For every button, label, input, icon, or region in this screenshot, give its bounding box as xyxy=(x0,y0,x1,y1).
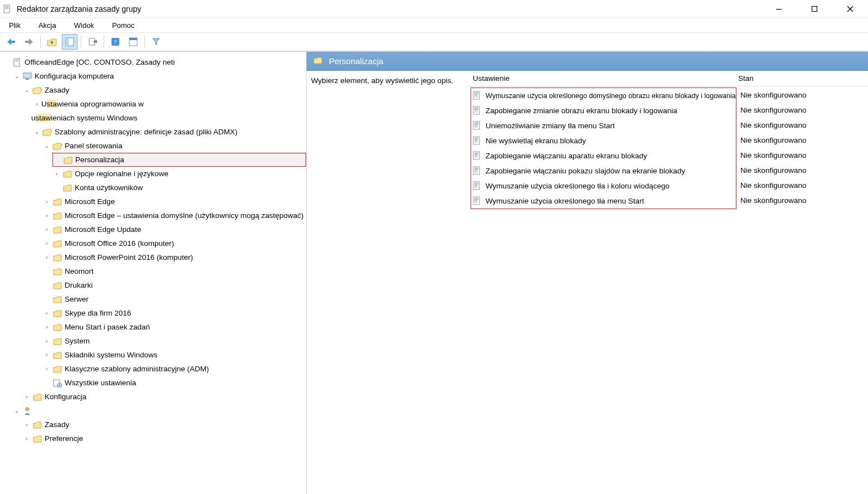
settings-list[interactable]: Ustawienie Stan Wymuszanie użycia określ… xyxy=(468,71,868,494)
tree-computer-config[interactable]: ⌄ Konfiguracja komputera xyxy=(12,69,306,83)
tree-personalization[interactable]: Personalizacja xyxy=(52,153,306,167)
svg-rect-33 xyxy=(474,110,477,110)
export-button[interactable] xyxy=(85,34,100,50)
svg-rect-37 xyxy=(474,123,478,123)
chevron-right-icon[interactable]: › xyxy=(42,323,51,332)
tree-user-config[interactable]: ⌄ xyxy=(12,404,306,418)
col-setting[interactable]: Ustawienie xyxy=(471,74,738,83)
tree-policies[interactable]: ⌄ Zasady xyxy=(22,83,306,97)
tree-user-policies[interactable]: ›Zasady xyxy=(22,418,306,432)
menu-view[interactable]: Widok xyxy=(72,20,96,31)
nav-back-button[interactable] xyxy=(3,34,19,50)
chevron-down-icon[interactable]: ⌄ xyxy=(12,406,21,415)
chevron-down-icon[interactable]: ⌄ xyxy=(42,142,51,151)
setting-label: Nie wyświetlaj ekranu blokady xyxy=(486,137,586,145)
chevron-right-icon[interactable]: › xyxy=(22,420,31,429)
setting-icon xyxy=(472,181,482,191)
tree-label: Microsoft Edge Update xyxy=(65,225,141,234)
properties-button[interactable] xyxy=(125,34,141,50)
svg-rect-6 xyxy=(11,41,15,43)
tree-edge-update[interactable]: ›Microsoft Edge Update xyxy=(42,222,306,236)
blank-toggle xyxy=(42,379,51,388)
tree-regional-lang[interactable]: › Opcje regionalne i językowe xyxy=(52,167,306,181)
folder-icon xyxy=(52,197,62,207)
minimize-button[interactable] xyxy=(768,1,790,17)
tree-system[interactable]: ›System xyxy=(42,334,306,348)
menu-file[interactable]: Plik xyxy=(7,20,23,31)
tree-skype[interactable]: ›Skype dla firm 2016 xyxy=(42,306,306,320)
up-folder-button[interactable] xyxy=(44,34,60,50)
menu-action[interactable]: Akcja xyxy=(36,20,59,31)
details-pane: Personalizacja Wybierz element, aby wyśw… xyxy=(307,52,868,494)
setting-icon xyxy=(472,91,482,101)
computer-icon xyxy=(22,71,32,81)
list-item[interactable]: Zapobieganie włączaniu pokazu slajdów na… xyxy=(471,163,736,178)
chevron-right-icon[interactable]: › xyxy=(42,211,51,220)
folder-icon xyxy=(52,364,62,374)
folder-icon xyxy=(32,420,42,430)
chevron-down-icon[interactable]: ⌄ xyxy=(12,72,21,81)
list-item[interactable]: Wymuszanie użycia określonego tła menu S… xyxy=(471,193,736,209)
list-item[interactable]: Zapobieganie zmianie obrazu ekranu bloka… xyxy=(471,103,736,118)
tree-ppt-2016[interactable]: ›Microsoft PowerPoint 2016 (komputer) xyxy=(42,250,306,264)
tree-classic-adm[interactable]: ›Klasyczne szablony administracyjne (ADM… xyxy=(42,362,306,376)
tree-root[interactable]: OfficeandEdge [OC. CONTOSO. Zasady neti xyxy=(2,55,306,69)
tree-pane[interactable]: OfficeandEdge [OC. CONTOSO. Zasady neti … xyxy=(0,52,307,494)
tree-edge[interactable]: ›Microsoft Edge xyxy=(42,195,306,209)
svg-rect-52 xyxy=(474,156,478,157)
list-item[interactable]: Wymuszanie użycia określonego domyślnego… xyxy=(471,88,736,103)
list-item[interactable]: Uniemożliwianie zmiany tła menu Start xyxy=(471,118,736,133)
show-tree-button[interactable] xyxy=(62,34,77,50)
chevron-right-icon[interactable]: › xyxy=(42,351,51,360)
chevron-down-icon[interactable]: ⌄ xyxy=(22,86,31,95)
chevron-right-icon[interactable]: › xyxy=(42,197,51,206)
folder-icon xyxy=(52,239,62,249)
chevron-right-icon[interactable]: › xyxy=(42,225,51,234)
tree-label: Microsoft Edge xyxy=(65,197,115,206)
list-item[interactable]: Zapobieganie włączaniu aparatu ekranu bl… xyxy=(471,148,736,163)
svg-rect-7 xyxy=(25,41,30,43)
tree-configuration[interactable]: ›Konfiguracja xyxy=(22,390,306,404)
chevron-right-icon[interactable]: › xyxy=(42,253,51,262)
close-button[interactable] xyxy=(839,1,861,17)
tree-all-settings[interactable]: Wszystkie ustawienia xyxy=(42,376,306,390)
chevron-right-icon[interactable]: › xyxy=(42,309,51,318)
chevron-right-icon[interactable]: › xyxy=(22,393,31,401)
tree-start-taskbar[interactable]: ›Menu Start i pasek zadań xyxy=(42,320,306,334)
tree-neomort[interactable]: Neomort xyxy=(42,264,306,278)
tree-user-accounts[interactable]: Konta użytkowników xyxy=(52,181,306,195)
nav-forward-button[interactable] xyxy=(21,34,37,50)
tree-control-panel[interactable]: ⌄ Panel sterowania xyxy=(42,139,306,153)
chevron-right-icon[interactable]: › xyxy=(52,169,61,178)
filter-button[interactable] xyxy=(148,34,164,50)
list-item[interactable]: Wymuszanie użycia określonego tła i kolo… xyxy=(471,178,736,193)
tree-edge-default[interactable]: ›Microsoft Edge – ustawienia domyślne (u… xyxy=(42,209,306,222)
tree-server[interactable]: Serwer xyxy=(42,292,306,306)
tree-label: Preferencje xyxy=(45,434,83,443)
tree-user-preferences[interactable]: ›Preferencje xyxy=(22,432,306,445)
tree-office-2016[interactable]: ›Microsoft Office 2016 (komputer) xyxy=(42,236,306,250)
tree-toggle-icon[interactable] xyxy=(2,58,11,67)
menu-help[interactable]: Pomoc xyxy=(110,20,137,31)
folder-icon xyxy=(313,56,323,66)
chevron-right-icon[interactable]: › xyxy=(42,239,51,248)
tree-label: Microsoft PowerPoint 2016 (komputer) xyxy=(65,253,193,261)
user-icon xyxy=(22,406,32,416)
col-state[interactable]: Stan xyxy=(738,74,838,83)
chevron-right-icon[interactable]: › xyxy=(42,337,51,346)
svg-rect-47 xyxy=(474,142,477,143)
folder-open-icon xyxy=(32,85,42,95)
maximize-button[interactable] xyxy=(803,1,826,17)
chevron-down-icon[interactable]: ⌄ xyxy=(32,128,41,137)
tree-windows-settings[interactable]: ustawieniach systemu Windows xyxy=(32,111,306,125)
list-item[interactable]: Nie wyświetlaj ekranu blokady xyxy=(471,133,736,148)
tree-software-settings[interactable]: › Ustawienia oprogramowania w xyxy=(32,97,306,111)
list-header[interactable]: Ustawienie Stan xyxy=(468,71,868,86)
tree-admin-templates[interactable]: ⌄ Szablony administracyjne: definicje za… xyxy=(32,125,306,139)
chevron-right-icon[interactable]: › xyxy=(32,100,41,109)
chevron-right-icon[interactable]: › xyxy=(42,365,51,374)
help-button[interactable]: ? xyxy=(108,34,123,50)
tree-printers[interactable]: Drukarki xyxy=(42,278,306,292)
chevron-right-icon[interactable]: › xyxy=(22,434,31,443)
tree-win-components[interactable]: ›Składniki systemu Windows xyxy=(42,348,306,362)
